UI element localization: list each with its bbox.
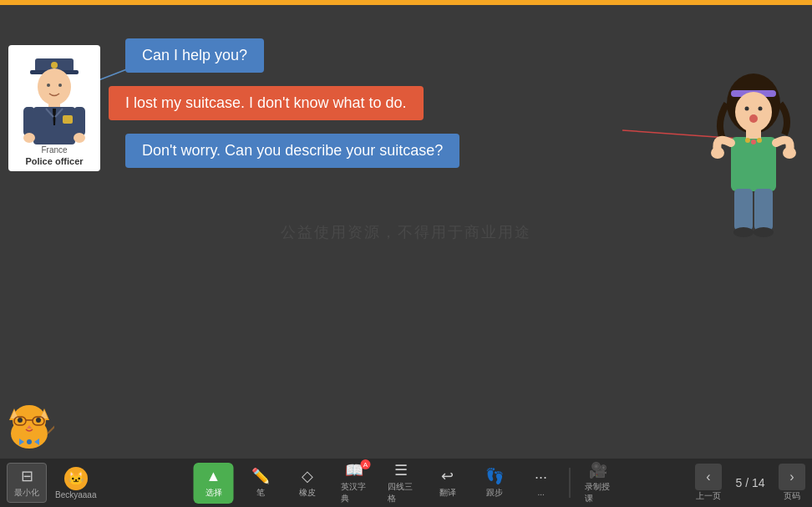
dict-badge: A — [361, 459, 371, 469]
dialog-bubble-3: Don't worry. Can you describe your suitc… — [125, 134, 459, 168]
more-label: ... — [537, 488, 544, 497]
officer-card: France Police officer — [8, 45, 100, 171]
svg-point-23 — [749, 114, 758, 123]
officer-role-label: Police officer — [13, 156, 95, 166]
eraser-icon: ◇ — [302, 467, 313, 485]
steps-label: 跟步 — [486, 487, 503, 499]
record-label: 录制授课 — [585, 481, 612, 504]
svg-point-44 — [18, 418, 23, 423]
next-label: 页码 — [784, 490, 800, 502]
svg-rect-24 — [731, 137, 776, 191]
cat-mascot — [4, 402, 54, 452]
dialog-container: Can I help you? I lost my suitcase. I do… — [109, 38, 459, 168]
minimize-icon: ⊟ — [21, 467, 33, 485]
svg-point-33 — [733, 227, 754, 237]
svg-point-6 — [47, 84, 50, 87]
dialog-bubble-2: I lost my suitcase. I don't know what to… — [109, 86, 424, 120]
svg-point-5 — [38, 68, 71, 105]
prev-label: 上一页 — [696, 490, 721, 502]
svg-rect-15 — [74, 107, 85, 136]
eraser-label: 橡皮 — [299, 487, 316, 499]
becky-icon: 🐱 — [64, 467, 88, 490]
watermark-text: 公益使用资源，不得用于商业用途 — [281, 222, 531, 242]
steps-icon: 👣 — [485, 467, 504, 485]
svg-rect-31 — [734, 189, 753, 231]
page-separator: / — [745, 476, 752, 489]
svg-point-17 — [74, 133, 85, 143]
svg-rect-14 — [23, 107, 35, 136]
svg-point-49 — [27, 439, 32, 444]
toolbar-separator — [570, 468, 571, 498]
prev-nav[interactable]: ‹ 上一页 — [695, 464, 722, 502]
eraser-tool-button[interactable]: ◇ 橡皮 — [287, 464, 327, 502]
toolbar-center-group: ▲ 选择 ✏️ 笔 ◇ 橡皮 📖 英汉字典 A ☰ 四线三格 ↩ — [194, 458, 619, 507]
becky-label: Beckyaaaa — [55, 490, 96, 499]
next-button[interactable]: › — [779, 464, 805, 490]
girl-character — [708, 72, 799, 256]
next-nav[interactable]: › 页码 — [779, 464, 805, 502]
fourline-icon: ☰ — [394, 461, 408, 479]
page-current: 5 — [735, 476, 742, 489]
prev-button[interactable]: ‹ — [695, 464, 722, 490]
pen-icon: ✏️ — [251, 467, 270, 485]
svg-point-30 — [757, 138, 762, 143]
toolbar: ⊟ 最小化 🐱 Beckyaaaa ▲ 选择 ✏️ 笔 ◇ 橡皮 📖 英汉字 — [0, 459, 812, 507]
svg-rect-25 — [746, 130, 761, 139]
minimize-button[interactable]: ⊟ 最小化 — [7, 463, 47, 503]
svg-point-27 — [783, 147, 796, 159]
page-total: 14 — [752, 476, 765, 489]
svg-point-4 — [51, 62, 58, 68]
select-tool-button[interactable]: ▲ 选择 — [194, 463, 234, 504]
toolbar-left-group: ⊟ 最小化 🐱 Beckyaaaa — [7, 463, 101, 503]
svg-point-26 — [711, 147, 724, 159]
svg-point-45 — [36, 418, 41, 423]
more-button[interactable]: ··· ... — [521, 465, 561, 500]
select-icon: ▲ — [206, 468, 221, 485]
fourline-label: 四线三格 — [388, 481, 414, 504]
dict-label: 英汉字典 — [341, 481, 368, 504]
translate-tool-button[interactable]: ↩ 翻译 — [428, 464, 468, 502]
minimize-label: 最小化 — [14, 487, 39, 499]
translate-icon: ↩ — [441, 467, 454, 485]
record-button[interactable]: 🎥 录制授课 — [578, 458, 618, 507]
toolbar-right-group: ‹ 上一页 5 / 14 › 页码 — [695, 464, 805, 502]
fourline-tool-button[interactable]: ☰ 四线三格 — [381, 458, 421, 507]
svg-point-29 — [751, 139, 756, 144]
dict-tool-wrap: 📖 英汉字典 A — [334, 458, 374, 507]
pen-label: 笔 — [256, 487, 265, 499]
officer-country-label: France — [13, 145, 95, 155]
becky-button[interactable]: 🐱 Beckyaaaa — [50, 465, 101, 501]
pen-tool-button[interactable]: ✏️ 笔 — [241, 464, 281, 502]
chevron-right-icon: › — [789, 469, 794, 484]
svg-point-16 — [23, 133, 35, 143]
chevron-left-icon: ‹ — [706, 469, 710, 484]
svg-rect-32 — [754, 189, 773, 231]
svg-point-34 — [754, 227, 774, 237]
officer-illustration — [17, 50, 92, 142]
steps-tool-button[interactable]: 👣 跟步 — [475, 464, 515, 502]
dialog-bubble-1: Can I help you? — [125, 38, 264, 73]
select-label: 选择 — [206, 487, 222, 499]
page-info: 5 / 14 — [725, 476, 775, 489]
svg-point-21 — [745, 107, 749, 111]
main-content-area: 公益使用资源，不得用于商业用途 — [0, 5, 812, 459]
svg-point-7 — [58, 84, 62, 87]
svg-rect-13 — [63, 115, 73, 124]
more-icon: ··· — [535, 469, 547, 486]
svg-point-28 — [745, 138, 750, 143]
svg-point-20 — [735, 92, 772, 132]
record-icon: 🎥 — [589, 461, 607, 479]
svg-line-50 — [48, 418, 54, 433]
translate-label: 翻译 — [439, 487, 456, 499]
svg-point-22 — [759, 107, 763, 111]
